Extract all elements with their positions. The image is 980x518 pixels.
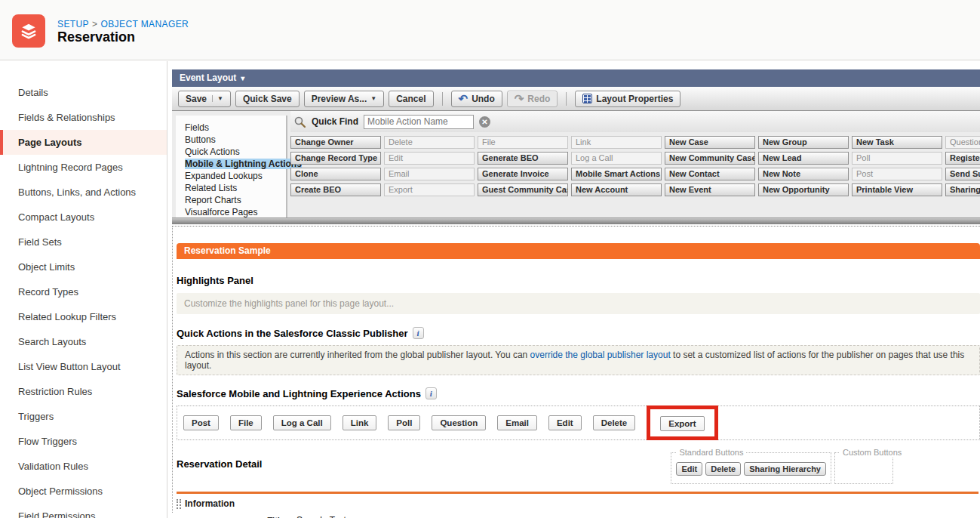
palette-action-new-group[interactable]: New Group bbox=[758, 136, 849, 149]
sidebar-item-flow-triggers[interactable]: Flow Triggers bbox=[0, 429, 167, 454]
mobile-actions-title-text: Salesforce Mobile and Lightning Experien… bbox=[177, 388, 421, 399]
action-button-log-a-call[interactable]: Log a Call bbox=[273, 415, 331, 430]
palette-action-new-opportunity[interactable]: New Opportunity bbox=[758, 183, 849, 196]
palette-grid: Change OwnerDeleteFileLinkNew CaseNew Gr… bbox=[290, 136, 980, 196]
palette-action-change-record-type[interactable]: Change Record Type bbox=[290, 152, 381, 165]
palette-category-fields[interactable]: Fields bbox=[185, 122, 286, 134]
sidebar-item-object-permissions[interactable]: Object Permissions bbox=[0, 479, 167, 504]
palette-action-mobile-smart-actions[interactable]: Mobile Smart Actions bbox=[571, 168, 662, 180]
palette-action-change-owner[interactable]: Change Owner bbox=[290, 136, 381, 149]
layout-properties-button[interactable]: Layout Properties bbox=[575, 91, 680, 107]
sidebar-item-compact-layouts[interactable]: Compact Layouts bbox=[0, 205, 167, 230]
palette-action-new-contact[interactable]: New Contact bbox=[665, 168, 755, 180]
preview-as-button[interactable]: Preview As... ▼ bbox=[304, 91, 385, 107]
palette-action-sharing[interactable]: Sharing bbox=[945, 183, 980, 196]
palette-action-poll: Poll bbox=[852, 152, 942, 165]
palette-action-new-account[interactable]: New Account bbox=[571, 183, 662, 196]
quick-save-button[interactable]: Quick Save bbox=[235, 91, 300, 107]
palette-action-register[interactable]: Register bbox=[945, 152, 980, 165]
standard-buttons-list: EditDeleteSharing Hierarchy bbox=[676, 462, 826, 476]
sidebar-item-field-sets[interactable]: Field Sets bbox=[0, 230, 167, 254]
palette-category-report-charts[interactable]: Report Charts bbox=[185, 194, 286, 206]
palette-category-mobile-lightning-actions[interactable]: Mobile & Lightning Actions bbox=[185, 158, 286, 170]
action-button-link[interactable]: Link bbox=[343, 415, 377, 430]
action-button-post[interactable]: Post bbox=[183, 415, 219, 430]
palette-category-visualforce-pages[interactable]: Visualforce Pages bbox=[185, 206, 286, 217]
layout-title: Event Layout bbox=[180, 72, 236, 83]
sidebar-item-list-view-button-layout[interactable]: List View Button Layout bbox=[0, 354, 167, 379]
drag-handle-icon[interactable] bbox=[177, 499, 181, 509]
action-button-email[interactable]: Email bbox=[497, 415, 537, 430]
information-section-header[interactable]: Information bbox=[177, 498, 980, 509]
palette-category-related-lists[interactable]: Related Lists bbox=[185, 182, 286, 194]
field-row-title[interactable]: Title Sample Text bbox=[177, 515, 980, 518]
undo-button[interactable]: ↶ Undo bbox=[451, 91, 502, 107]
sidebar-item-buttons-links-and-actions[interactable]: Buttons, Links, and Actions bbox=[0, 180, 167, 205]
palette-action-printable-view[interactable]: Printable View bbox=[852, 183, 942, 196]
palette-action-new-community-case[interactable]: New Community Case bbox=[665, 152, 755, 165]
sidebar-item-fields-relationships[interactable]: Fields & Relationships bbox=[0, 105, 167, 130]
highlights-panel-placeholder[interactable]: Customize the highlights panel for this … bbox=[177, 293, 980, 314]
field-sample-value: Sample Text bbox=[296, 515, 346, 518]
sidebar-item-page-layouts[interactable]: Page Layouts bbox=[0, 130, 167, 155]
preview-as-label: Preview As... bbox=[312, 94, 367, 104]
palette-action-generate-beo[interactable]: Generate BEO bbox=[478, 152, 568, 165]
page-title: Reservation bbox=[57, 29, 135, 45]
sidebar-item-field-permissions[interactable]: Field Permissions bbox=[0, 504, 167, 518]
sidebar-item-related-lookup-filters[interactable]: Related Lookup Filters bbox=[0, 304, 167, 329]
info-icon[interactable]: i bbox=[425, 387, 437, 399]
sidebar-item-restriction-rules[interactable]: Restriction Rules bbox=[0, 379, 167, 404]
action-button-delete[interactable]: Delete bbox=[593, 415, 636, 430]
save-dropdown-icon[interactable]: ▼ bbox=[212, 95, 223, 102]
palette-action-new-case[interactable]: New Case bbox=[665, 136, 755, 149]
standard-button-edit[interactable]: Edit bbox=[676, 462, 702, 476]
palette-action-email: Email bbox=[384, 168, 475, 180]
breadcrumb-separator: > bbox=[89, 19, 100, 29]
search-icon bbox=[293, 116, 306, 128]
palette-action-clone[interactable]: Clone bbox=[290, 168, 381, 180]
palette-action-new-note[interactable]: New Note bbox=[758, 168, 849, 180]
sidebar-item-details[interactable]: Details bbox=[0, 80, 167, 105]
action-button-poll[interactable]: Poll bbox=[388, 415, 420, 430]
palette-category-quick-actions[interactable]: Quick Actions bbox=[185, 146, 286, 158]
palette-action-guest-community-case[interactable]: Guest Community Case bbox=[478, 183, 568, 196]
clear-search-icon[interactable]: ✕ bbox=[479, 116, 490, 128]
palette-category-expanded-lookups[interactable]: Expanded Lookups bbox=[185, 170, 286, 182]
section-divider bbox=[177, 492, 978, 494]
palette-action-send-su[interactable]: Send Su bbox=[945, 168, 980, 180]
toolbar-divider bbox=[566, 92, 567, 106]
palette-action-new-task[interactable]: New Task bbox=[852, 136, 942, 149]
override-global-publisher-link[interactable]: override the global publisher layout bbox=[530, 350, 671, 360]
action-button-file[interactable]: File bbox=[230, 415, 262, 430]
action-button-export[interactable]: Export bbox=[660, 416, 704, 431]
classic-publisher-title-text: Quick Actions in the Salesforce Classic … bbox=[177, 328, 408, 339]
cancel-button[interactable]: Cancel bbox=[389, 91, 433, 107]
palette-action-log-a-call: Log a Call bbox=[571, 152, 662, 165]
classic-publisher-title: Quick Actions in the Salesforce Classic … bbox=[177, 327, 980, 339]
palette-category-buttons[interactable]: Buttons bbox=[185, 134, 286, 146]
sidebar-item-record-types[interactable]: Record Types bbox=[0, 279, 167, 304]
object-layers-icon bbox=[12, 14, 45, 48]
redo-button[interactable]: ↷ Redo bbox=[507, 91, 558, 107]
sidebar-item-lightning-record-pages[interactable]: Lightning Record Pages bbox=[0, 155, 167, 180]
palette-action-link: Link bbox=[571, 136, 662, 149]
standard-button-sharing-hierarchy[interactable]: Sharing Hierarchy bbox=[744, 462, 826, 476]
palette-action-new-lead[interactable]: New Lead bbox=[758, 152, 849, 165]
quick-find-input[interactable] bbox=[364, 115, 474, 129]
action-button-question[interactable]: Question bbox=[432, 415, 486, 430]
publisher-text-before: Actions in this section are currently in… bbox=[185, 350, 530, 360]
save-button[interactable]: Save ▼ bbox=[178, 91, 231, 107]
action-button-edit[interactable]: Edit bbox=[548, 415, 582, 430]
palette-action-generate-invoice[interactable]: Generate Invoice bbox=[478, 168, 568, 180]
breadcrumb-setup-link[interactable]: SETUP bbox=[57, 19, 89, 29]
editor-titlebar[interactable]: Event Layout▾ bbox=[172, 69, 980, 87]
sidebar-item-object-limits[interactable]: Object Limits bbox=[0, 254, 167, 279]
info-icon[interactable]: i bbox=[413, 327, 424, 339]
palette-action-new-event[interactable]: New Event bbox=[665, 183, 755, 196]
breadcrumb-object-manager-link[interactable]: OBJECT MANAGER bbox=[100, 19, 189, 29]
sidebar-item-search-layouts[interactable]: Search Layouts bbox=[0, 329, 167, 354]
standard-button-delete[interactable]: Delete bbox=[705, 462, 741, 476]
palette-action-create-beo[interactable]: Create BEO bbox=[290, 183, 381, 196]
sidebar-item-validation-rules[interactable]: Validation Rules bbox=[0, 454, 167, 479]
sidebar-item-triggers[interactable]: Triggers bbox=[0, 404, 167, 429]
